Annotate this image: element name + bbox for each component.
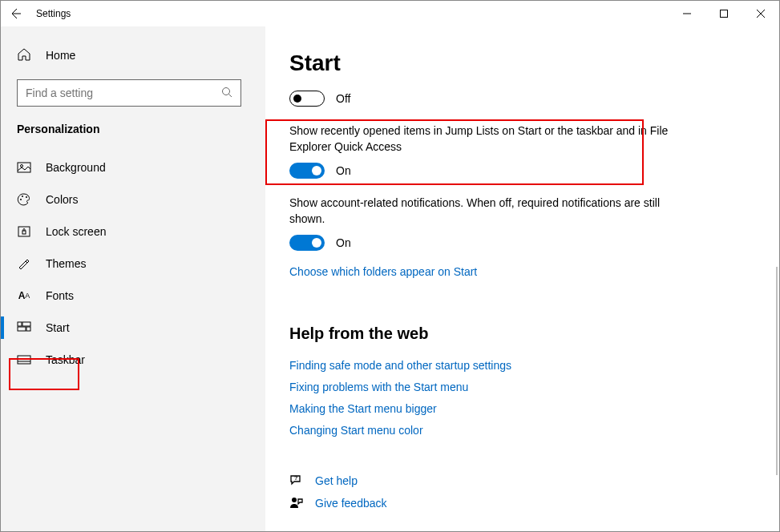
footer-links: ? Get help Give feedback xyxy=(289,474,755,510)
svg-point-20 xyxy=(292,498,297,502)
toggle-state: On xyxy=(336,236,351,249)
help-link-bigger-start[interactable]: Making the Start menu bigger xyxy=(289,402,755,415)
toggle-state: Off xyxy=(336,92,350,105)
sidebar: Home Personalization Background C xyxy=(1,26,265,531)
start-icon xyxy=(17,320,31,335)
scrollbar[interactable] xyxy=(776,267,778,475)
setting-label: Show recently opened items in Jump Lists… xyxy=(289,123,674,155)
body: Home Personalization Background C xyxy=(1,26,779,531)
sidebar-item-label: Colors xyxy=(46,193,78,206)
feedback-row[interactable]: Give feedback xyxy=(289,496,755,510)
sidebar-item-label: Themes xyxy=(46,257,87,270)
svg-rect-14 xyxy=(22,322,30,326)
sidebar-nav: Background Colors Lock screen Themes AA … xyxy=(1,151,265,376)
page-title: Start xyxy=(289,50,755,76)
sidebar-item-themes[interactable]: Themes xyxy=(1,248,265,280)
svg-rect-12 xyxy=(22,231,26,234)
sidebar-item-colors[interactable]: Colors xyxy=(1,183,265,216)
setting-account-notifications: Show account-related notifications. When… xyxy=(289,195,755,251)
sidebar-item-label: Start xyxy=(46,321,70,334)
toggle-account-notifications[interactable] xyxy=(289,235,325,251)
svg-point-8 xyxy=(20,199,22,200)
home-icon xyxy=(17,47,31,64)
help-link-start-color[interactable]: Changing Start menu color xyxy=(289,424,755,437)
sidebar-item-label: Lock screen xyxy=(46,225,106,238)
svg-text:?: ? xyxy=(294,475,297,481)
svg-line-5 xyxy=(229,94,232,97)
taskbar-icon xyxy=(17,353,31,367)
svg-point-9 xyxy=(22,195,23,197)
fonts-icon: AA xyxy=(17,288,31,303)
themes-icon xyxy=(17,256,31,271)
settings-window: Settings Home xyxy=(0,0,780,532)
svg-rect-16 xyxy=(26,327,30,331)
feedback-icon xyxy=(289,496,304,510)
back-icon[interactable] xyxy=(9,7,22,20)
search-icon xyxy=(221,87,232,100)
lock-screen-icon xyxy=(17,224,31,239)
help-links: Finding safe mode and other startup sett… xyxy=(289,359,755,437)
search-field[interactable] xyxy=(26,87,221,99)
link-choose-folders[interactable]: Choose which folders appear on Start xyxy=(289,265,755,278)
get-help-link[interactable]: Get help xyxy=(315,474,358,487)
close-button[interactable] xyxy=(742,1,779,26)
svg-point-4 xyxy=(223,87,230,95)
svg-rect-15 xyxy=(18,327,26,331)
help-heading: Help from the web xyxy=(289,324,755,343)
sidebar-item-start[interactable]: Start xyxy=(1,312,265,344)
svg-point-10 xyxy=(26,196,27,198)
toggle-jump-lists[interactable] xyxy=(289,163,325,179)
sidebar-item-lock-screen[interactable]: Lock screen xyxy=(1,216,265,248)
svg-point-7 xyxy=(21,165,23,167)
sidebar-home[interactable]: Home xyxy=(1,39,265,71)
sidebar-item-label: Fonts xyxy=(46,289,74,302)
sidebar-item-label: Background xyxy=(46,161,106,174)
sidebar-item-label: Taskbar xyxy=(46,353,85,366)
svg-rect-1 xyxy=(721,10,728,18)
setting-fullscreen: Off xyxy=(289,91,755,107)
toggle-fullscreen[interactable] xyxy=(289,91,325,107)
titlebar: Settings xyxy=(1,1,779,26)
help-link-fixing-start[interactable]: Fixing problems with the Start menu xyxy=(289,381,755,393)
window-title: Settings xyxy=(36,8,71,19)
picture-icon xyxy=(17,160,31,175)
maximize-button[interactable] xyxy=(705,1,742,26)
toggle-state: On xyxy=(336,164,351,177)
setting-jump-lists: Show recently opened items in Jump Lists… xyxy=(289,123,755,179)
selection-indicator xyxy=(1,316,4,339)
search-input[interactable] xyxy=(17,79,241,107)
feedback-link[interactable]: Give feedback xyxy=(315,497,387,510)
sidebar-home-label: Home xyxy=(46,49,75,62)
sidebar-item-taskbar[interactable]: Taskbar xyxy=(1,344,265,376)
sidebar-section-title: Personalization xyxy=(1,123,265,135)
window-controls xyxy=(669,1,779,26)
svg-rect-17 xyxy=(18,356,30,364)
minimize-button[interactable] xyxy=(669,1,705,26)
svg-rect-13 xyxy=(18,322,22,326)
get-help-icon: ? xyxy=(289,474,304,488)
sidebar-item-fonts[interactable]: AA Fonts xyxy=(1,280,265,312)
svg-rect-11 xyxy=(18,227,30,236)
get-help-row[interactable]: ? Get help xyxy=(289,474,755,488)
content-pane: Start Off Show recently opened items in … xyxy=(265,26,779,531)
sidebar-item-background[interactable]: Background xyxy=(1,151,265,183)
palette-icon xyxy=(17,192,31,207)
help-link-safe-mode[interactable]: Finding safe mode and other startup sett… xyxy=(289,359,755,372)
setting-label: Show account-related notifications. When… xyxy=(289,195,674,227)
